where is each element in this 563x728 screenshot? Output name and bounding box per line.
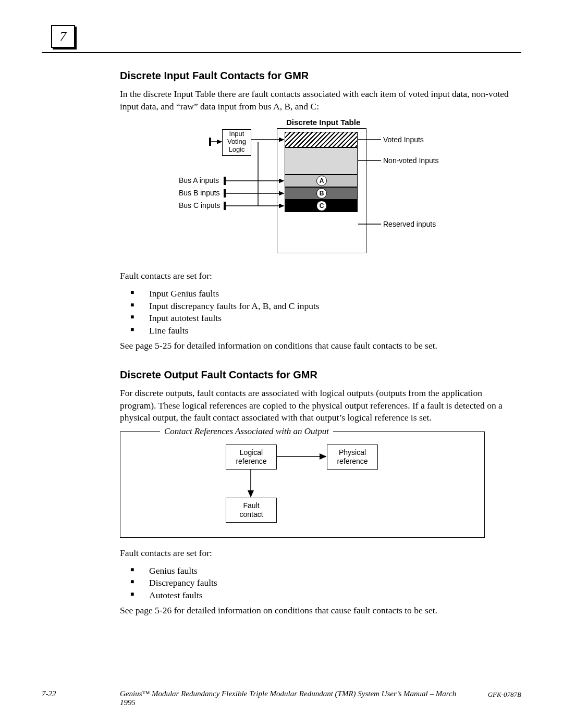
svg-rect-12 <box>209 138 211 146</box>
box-fault-contact: Fault contact <box>226 498 277 523</box>
ivl-text: Input Voting Logic <box>227 130 246 153</box>
content: Discrete Input Fault Contacts for GMR In… <box>120 70 511 622</box>
figure2-arrows <box>120 432 484 537</box>
list-item: Line faults <box>120 325 511 337</box>
chapter-number: 7 <box>60 29 67 44</box>
list-item: Autotest faults <box>120 589 511 602</box>
box-fault-text: Fault contact <box>239 501 263 519</box>
box-logical-text: Logical reference <box>236 448 266 466</box>
list-item: Input autotest faults <box>120 312 511 325</box>
list-item: Genius faults <box>120 565 511 577</box>
figure2-box: Contact References Associated with an Ou… <box>120 431 485 538</box>
label-bus-b: Bus B inputs <box>179 189 220 197</box>
label-nonvoted: Non-voted Inputs <box>383 156 439 165</box>
label-reserved: Reserved inputs <box>383 220 436 228</box>
figure-output-contacts: Contact References Associated with an Ou… <box>120 431 485 538</box>
list-item: Input Genius faults <box>120 288 511 300</box>
box-logical-reference: Logical reference <box>226 445 277 470</box>
list-item: Discrepancy faults <box>120 577 511 589</box>
figure1-title: Discrete Input Table <box>286 118 360 127</box>
section1-title: Discrete Input Fault Contacts for GMR <box>120 70 511 82</box>
segment-nonvoted <box>285 147 358 175</box>
list-item: Input discrepancy faults for A, B, and C… <box>120 300 511 313</box>
segment-voted <box>285 132 358 147</box>
section1-fault-list: Input Genius faults Input discrepancy fa… <box>120 288 511 337</box>
label-voted: Voted Inputs <box>383 135 424 144</box>
section2-fault-heading: Fault contacts are set for: <box>120 547 511 560</box>
input-voting-logic-box: Input Voting Logic <box>222 129 251 156</box>
section2-intro: For discrete outputs, fault contacts are… <box>120 387 511 424</box>
section2-see: See page 5-26 for detailed information o… <box>120 604 511 617</box>
section2-fault-list: Genius faults Discrepancy faults Autotes… <box>120 565 511 602</box>
label-bus-c: Bus C inputs <box>179 201 220 209</box>
section2-title: Discrete Output Fault Contacts for GMR <box>120 369 511 381</box>
box-physical-reference: Physical reference <box>327 445 378 470</box>
footer-page: 7-22 <box>42 689 89 698</box>
footer-doc: GFK-0787B <box>464 689 521 699</box>
chapter-number-box: 7 <box>51 25 75 48</box>
page: 7 Discrete Input Fault Contacts for GMR … <box>0 0 563 728</box>
figure-discrete-input-table: Discrete Input Table A B C Input Voting … <box>154 118 477 260</box>
header-rule <box>42 52 521 53</box>
footer-title: Genius™ Modular Redundancy Flexible Trip… <box>89 689 464 707</box>
footer: 7-22 Genius™ Modular Redundancy Flexible… <box>42 689 521 707</box>
svg-rect-7 <box>224 202 226 210</box>
section1-see: See page 5-25 for detailed information o… <box>120 340 511 352</box>
section1-intro: In the discrete Input Table there are fa… <box>120 88 511 113</box>
section1-fault-heading: Fault contacts are set for: <box>120 270 511 282</box>
svg-rect-5 <box>224 177 226 185</box>
svg-rect-6 <box>224 189 226 198</box>
box-physical-text: Physical reference <box>337 448 368 466</box>
label-bus-a: Bus A inputs <box>179 176 219 184</box>
